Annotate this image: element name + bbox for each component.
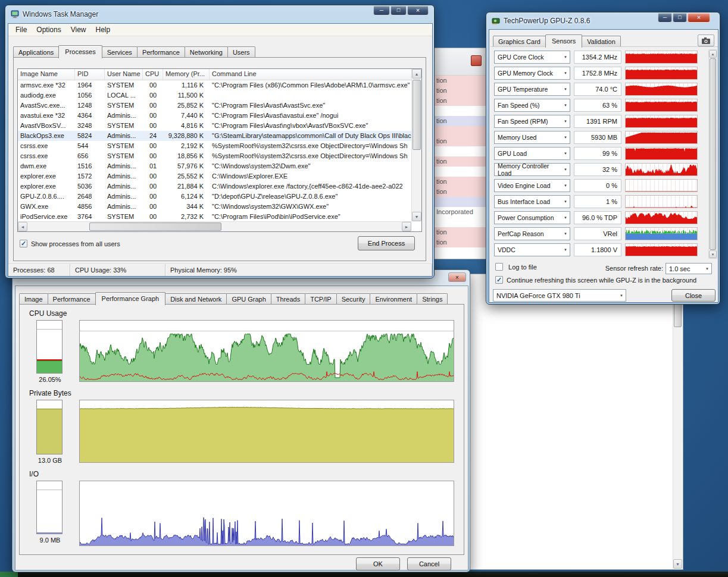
process-row-avastsvc-exe[interactable]: AvastSvc.exe...1248SYSTEM0025,852 K"C:\P… — [18, 101, 411, 111]
close-button[interactable]: × — [688, 13, 710, 23]
sensor-dropdown-gpu-core-clock[interactable]: GPU Core Clock▼ — [494, 51, 570, 64]
minimize-button[interactable]: ─ — [658, 13, 672, 23]
sensors-scrollbar[interactable]: ▲ ▼ — [708, 49, 717, 259]
tab-performance[interactable]: Performance — [48, 293, 96, 305]
process-row-audiodg-exe[interactable]: audiodg.exe1056LOCAL ...0011,500 K — [18, 90, 411, 101]
sensors-panel: GPU Core Clock▼1354.2 MHzGPU Memory Cloc… — [490, 46, 718, 259]
continue-refresh-checkbox[interactable]: ✓ — [495, 276, 503, 284]
cancel-button[interactable]: Cancel — [407, 557, 451, 570]
scrollbar-thumb[interactable] — [710, 58, 716, 250]
process-row-gwx-exe[interactable]: GWX.exe4856Adminis...00344 K"C:\Windows\… — [18, 202, 411, 212]
process-row-avastvboxsv[interactable]: AvastVBoxSV...3248SYSTEM004,816 K"C:\Pro… — [18, 121, 411, 131]
sensor-row-perfcap-reason: PerfCap Reason▼VRel — [490, 227, 718, 242]
sensor-graph-memory-used — [625, 131, 698, 144]
process-row-dwm-exe[interactable]: dwm.exe1516Adminis...0157,976 K"C:\Windo… — [18, 161, 411, 171]
process-list-vertical-scrollbar[interactable]: ▲ ▼ — [411, 69, 421, 221]
scroll-down-icon[interactable]: ▼ — [673, 559, 682, 569]
sensor-dropdown-gpu-load[interactable]: GPU Load▼ — [494, 147, 570, 160]
scroll-down-icon[interactable]: ▼ — [412, 212, 421, 221]
menu-item-file[interactable]: File — [11, 24, 32, 36]
maximize-button[interactable]: □ — [390, 6, 407, 15]
sensor-dropdown-memory-controller-load[interactable]: Memory Controller Load▼ — [494, 163, 570, 176]
sensor-dropdown-fan-speed[interactable]: Fan Speed (%)▼ — [494, 99, 570, 112]
close-button[interactable]: × — [448, 272, 466, 282]
column-header-cpu[interactable]: CPU — [143, 69, 163, 80]
scrollbar-thumb[interactable] — [89, 222, 221, 231]
tab-validation[interactable]: Validation — [582, 36, 621, 47]
process-cell: csrss.exe — [18, 141, 75, 151]
sensor-row-video-engine-load: Video Engine Load▼0 % — [490, 179, 718, 193]
process-row-ipodservice-exe[interactable]: iPodService.exe3764SYSTEM002,732 K"C:\Pr… — [18, 212, 411, 221]
sensor-dropdown-fan-speed-rpm[interactable]: Fan Speed (RPM)▼ — [494, 115, 570, 128]
process-cell: 9,328,880 K — [163, 131, 210, 141]
tab-image[interactable]: Image — [19, 293, 48, 305]
column-header-user-name[interactable]: User Name — [105, 69, 143, 80]
log-to-file-checkbox[interactable] — [495, 263, 503, 271]
process-row-blackops3-exe[interactable]: BlackOps3.exe5824Adminis...249,328,880 K… — [18, 131, 411, 141]
tab-performance-graph[interactable]: Performance Graph — [95, 292, 166, 305]
tab-sensors[interactable]: Sensors — [545, 35, 582, 48]
sensor-dropdown-perfcap-reason[interactable]: PerfCap Reason▼ — [494, 227, 570, 240]
tab-performance[interactable]: Performance — [137, 46, 185, 58]
tab-gpu-graph[interactable]: GPU Graph — [226, 293, 271, 305]
tab-applications[interactable]: Applications — [13, 46, 59, 58]
tab-environment[interactable]: Environment — [370, 293, 417, 305]
menu-item-options[interactable]: Options — [32, 24, 65, 36]
background-window-scrollbar[interactable]: ▲ ▼ — [673, 275, 682, 569]
process-list-horizontal-scrollbar[interactable]: ◄ ► — [18, 221, 411, 231]
minimize-button[interactable]: ─ — [373, 6, 390, 15]
scroll-down-icon[interactable]: ▼ — [709, 250, 717, 258]
scroll-left-icon[interactable]: ◄ — [18, 222, 27, 231]
scroll-up-icon[interactable]: ▲ — [709, 50, 717, 58]
ok-button[interactable]: OK — [356, 557, 400, 570]
sensor-dropdown-bus-interface-load[interactable]: Bus Interface Load▼ — [494, 195, 570, 208]
tab-strings[interactable]: Strings — [417, 293, 448, 305]
sensor-dropdown-power-consumption[interactable]: Power Consumption▼ — [494, 211, 570, 224]
tab-networking[interactable]: Networking — [185, 46, 228, 58]
sensor-dropdown-gpu-memory-clock[interactable]: GPU Memory Clock▼ — [494, 67, 570, 80]
close-button[interactable]: × — [407, 6, 429, 15]
process-row-explorer-exe[interactable]: explorer.exe5036Adminis...0021,884 KC:\W… — [18, 181, 411, 192]
scroll-up-icon[interactable]: ▲ — [412, 69, 421, 79]
sensor-dropdown-gpu-temperature[interactable]: GPU Temperature▼ — [494, 83, 570, 96]
tab-services[interactable]: Services — [102, 46, 138, 58]
screenshot-button[interactable] — [698, 35, 714, 46]
column-header-pid[interactable]: PID — [75, 69, 105, 80]
maximize-button[interactable]: □ — [673, 13, 687, 23]
tab-graphics-card[interactable]: Graphics Card — [493, 36, 546, 47]
gpu-z-close-button[interactable]: Close — [671, 289, 715, 302]
tab-security[interactable]: Security — [336, 293, 371, 305]
column-header-command-line[interactable]: Command Line — [210, 69, 421, 80]
process-row-armsvc-exe-32[interactable]: armsvc.exe *321964SYSTEM001,116 K"C:\Pro… — [18, 80, 411, 90]
tab-tcp-ip[interactable]: TCP/IP — [305, 293, 336, 305]
show-all-users-checkbox[interactable]: ✓ — [20, 240, 27, 247]
tab-users[interactable]: Users — [227, 46, 255, 58]
process-row-csrss-exe[interactable]: csrss.exe656SYSTEM0018,856 K%SystemRoot%… — [18, 151, 411, 161]
tab-disk-and-network[interactable]: Disk and Network — [165, 293, 227, 305]
process-row-csrss-exe[interactable]: csrss.exe544SYSTEM002,192 K%SystemRoot%\… — [18, 141, 411, 151]
sensor-dropdown-video-engine-load[interactable]: Video Engine Load▼ — [494, 179, 570, 192]
scrollbar-thumb[interactable] — [413, 80, 421, 150]
process-row-avastui-exe-32[interactable]: avastui.exe *324364Adminis...007,440 K"C… — [18, 111, 411, 121]
chevron-down-icon: ▼ — [561, 55, 570, 59]
process-row-gpu-z-0-8-6[interactable]: GPU-Z.0.8.6....2648Adminis...006,124 K"D… — [18, 192, 411, 202]
cpu-usage-graph — [80, 321, 454, 381]
column-header-memory-pr[interactable]: Memory (Pr... — [163, 69, 210, 80]
sensor-dropdown-memory-used[interactable]: Memory Used▼ — [494, 131, 570, 144]
chevron-down-icon: ▼ — [561, 216, 570, 219]
sensor-dropdown-vddc[interactable]: VDDC▼ — [494, 243, 570, 256]
column-header-image-name[interactable]: Image Name — [18, 69, 75, 80]
sensor-graph-canvas — [626, 228, 697, 240]
menu-item-help[interactable]: Help — [91, 24, 115, 36]
tab-threads[interactable]: Threads — [271, 293, 305, 305]
tab-processes[interactable]: Processes — [58, 45, 102, 58]
scroll-right-icon[interactable]: ► — [402, 222, 411, 231]
refresh-rate-dropdown[interactable]: 1.0 sec ▼ — [665, 263, 712, 274]
menu-item-view[interactable]: View — [66, 24, 91, 36]
sensor-row-memory-used: Memory Used▼5930 MB — [490, 131, 718, 145]
process-cell: 1,116 K — [163, 80, 210, 90]
sensor-row-power-consumption: Power Consumption▼96.0 % TDP — [490, 211, 718, 225]
end-process-button[interactable]: End Process — [358, 236, 415, 250]
graphics-card-dropdown[interactable]: NVIDIA GeForce GTX 980 Ti ▼ — [493, 289, 626, 302]
process-row-explorer-exe[interactable]: explorer.exe1572Adminis...0025,552 KC:\W… — [18, 171, 411, 181]
